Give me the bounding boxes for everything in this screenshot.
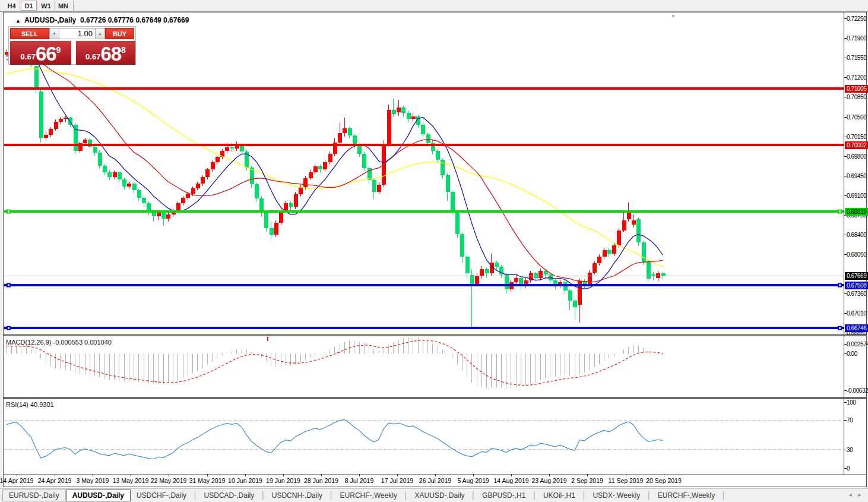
timeframe-button-d1[interactable]: D1	[21, 1, 37, 11]
tab-separator: │	[192, 491, 198, 500]
macd-pane[interactable]	[4, 336, 844, 397]
tab-scroll-buttons: ◄►	[848, 492, 864, 498]
collapse-arrow-icon[interactable]: ▲	[15, 18, 21, 24]
date-axis-tick	[207, 474, 208, 476]
tab-separator: │	[721, 491, 727, 500]
price-axis-label: 0.70150	[847, 133, 868, 141]
price-axis-label: 0.69800	[847, 153, 868, 160]
date-axis-label: 11 Sep 2019	[609, 477, 644, 484]
chart-title: ▲AUDUSD-,Daily 0.67726 0.67776 0.67649 0…	[15, 16, 189, 24]
price-axis-label: 0.69100	[847, 192, 868, 200]
rsi-pane[interactable]	[4, 399, 844, 474]
tab-separator: │	[581, 491, 587, 500]
buy-price-main: 68	[100, 45, 121, 63]
sell-button[interactable]: SELL	[10, 28, 49, 39]
chart-ohlc-values: 0.67726 0.67776 0.67649 0.67669	[80, 16, 189, 24]
date-axis-label: 24 Apr 2019	[38, 477, 72, 484]
price-axis-label: 0.70850	[847, 93, 868, 101]
chart-tab-ukoil-h1[interactable]: UKOil-,H1	[537, 490, 581, 501]
buy-price-panel[interactable]: 0.67 68 8	[76, 41, 135, 65]
date-axis-tick	[17, 474, 17, 476]
rsi-axis-label: 0	[847, 465, 868, 472]
date-axis-label: 19 Jun 2019	[266, 477, 300, 484]
volume-decrease-button[interactable]: ▼	[49, 28, 59, 39]
date-axis-tick	[169, 474, 169, 476]
price-axis-label: 0.71550	[847, 54, 868, 62]
chart-tab-gbpusd-h1[interactable]: GBPUSD-,H1	[476, 490, 531, 501]
toolbar-separator	[37, 1, 37, 11]
chart-dropdown-icon[interactable]: ▼	[671, 14, 676, 19]
price-level-chip: 0.67508	[845, 282, 868, 289]
date-axis-label: 31 May 2019	[189, 477, 226, 484]
date-axis-label: 14 Aug 2019	[494, 477, 529, 484]
date-axis-label: 8 Jul 2019	[345, 477, 373, 484]
price-axis-label: 0.70500	[847, 113, 868, 121]
tab-scroll-left-icon[interactable]: ◄	[848, 492, 855, 498]
macd-axis-label: -0.006326	[847, 387, 868, 394]
date-axis-label: 23 Aug 2019	[532, 477, 567, 484]
buy-price-prefix: 0.67	[85, 52, 100, 61]
chart-tab-audusd-daily[interactable]: AUDUSD-,Daily	[66, 490, 131, 501]
chart-window[interactable]: 0.722500.719000.715500.712000.708500.705…	[3, 12, 867, 487]
rsi-axis-label: 100	[847, 399, 868, 406]
price-axis-label: 0.67360	[847, 290, 868, 298]
sell-price-panel[interactable]: 0.67 66 9	[10, 41, 71, 65]
chart-tab-eurchf-weekly[interactable]: EURCHF-,Weekly	[334, 490, 403, 501]
buy-button[interactable]: BUY	[105, 28, 134, 39]
date-axis-tick	[93, 474, 93, 476]
date-axis-tick	[473, 474, 474, 476]
date-axis-tick	[321, 474, 322, 476]
date-axis-tick	[511, 474, 512, 476]
price-axis-label: 0.68050	[847, 251, 868, 258]
sell-price-pip: 9	[56, 45, 61, 55]
date-axis-tick	[549, 474, 550, 476]
price-axis-label: 0.67010	[847, 310, 868, 317]
date-axis-tick	[664, 474, 664, 476]
price-level-chip: 0.68819	[845, 208, 868, 216]
tab-scroll-right-icon[interactable]: ►	[857, 492, 864, 498]
price-axis-label: 0.69450	[847, 172, 868, 180]
tab-separator: │	[531, 491, 537, 500]
timeframe-button-w1[interactable]: W1	[38, 1, 54, 11]
rsi-axis-label: 70	[847, 416, 868, 424]
chart-tab-xauusd-daily[interactable]: XAUUSD-,Daily	[409, 490, 471, 501]
price-level-chip: 0.66746	[845, 324, 868, 332]
rsi-axis-label: 30	[847, 446, 868, 454]
timeframe-button-mn[interactable]: MN	[55, 1, 71, 11]
date-axis-tick	[435, 474, 436, 476]
toolbar-separator	[73, 1, 74, 11]
macd-title: MACD(12,26,9) -0.000553 0.001040	[6, 339, 112, 346]
date-axis-label: 28 Jun 2019	[304, 477, 338, 484]
chart-tab-eurusd-daily[interactable]: EURUSD-,Daily	[2, 490, 66, 501]
chart-tab-eurchf-weekly[interactable]: EURCHF-,Weekly	[652, 490, 721, 501]
tab-separator: │	[471, 491, 477, 500]
date-axis-tick	[587, 474, 588, 476]
tab-separator: │	[328, 491, 334, 500]
macd-clipped-bar	[267, 337, 268, 341]
chart-tab-usdcad-daily[interactable]: USDCAD-,Daily	[198, 490, 261, 501]
date-axis-label: 13 May 2019	[113, 477, 149, 484]
date-axis-label: 20 Sep 2019	[646, 477, 682, 484]
chart-tab-usdchf-daily[interactable]: USDCHF-,Daily	[131, 490, 192, 501]
timeframe-button-h4[interactable]: H4	[4, 1, 20, 11]
buy-price-pip: 8	[121, 45, 126, 55]
date-axis-tick	[397, 474, 398, 476]
volume-input[interactable]	[59, 28, 95, 39]
price-axis-label: 0.72250	[847, 15, 868, 23]
toolbar-separator	[20, 1, 20, 11]
chart-tab-usdcnh-daily[interactable]: USDCNH-,Daily	[266, 490, 328, 501]
tab-separator: │	[646, 491, 652, 500]
date-axis-label: 3 May 2019	[77, 477, 109, 484]
date-axis-label: 17 Jul 2019	[381, 477, 413, 484]
chart-symbol-label: AUDUSD-,Daily	[24, 16, 76, 24]
date-axis-tick	[55, 474, 55, 476]
price-level-chip: 0.71005	[845, 85, 868, 93]
toolbar-separator	[54, 1, 55, 11]
date-axis-tick	[283, 474, 284, 476]
rsi-title: RSI(14) 40.9301	[6, 401, 54, 408]
chart-tab-usdx-weekly[interactable]: USDX-,Weekly	[587, 490, 646, 501]
date-axis-tick	[245, 474, 246, 476]
date-axis-label: 26 Jul 2019	[419, 477, 451, 484]
volume-increase-button[interactable]: ▲	[95, 28, 105, 39]
date-axis-tick	[626, 474, 626, 476]
